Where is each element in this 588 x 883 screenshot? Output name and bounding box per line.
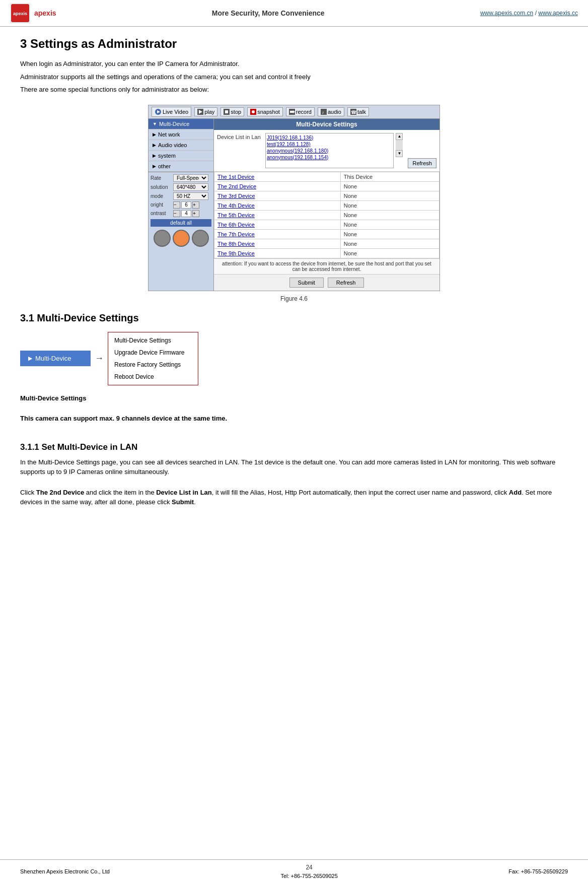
submit-row: Submit Refresh <box>214 274 439 291</box>
device-6-value: None <box>340 220 439 229</box>
section-311-content: In the Multi-Device Settings page, you c… <box>20 457 568 507</box>
contrast-label: ontrast <box>151 211 172 216</box>
device-4-value: None <box>340 200 439 210</box>
table-row: The 3rd Device None <box>214 191 439 200</box>
toolbar-record[interactable]: record <box>286 107 315 116</box>
toolbar-audio[interactable]: ♪ audio <box>318 107 344 116</box>
lan-device-3[interactable]: anonymous(192.168.1.180) <box>267 148 392 154</box>
cam-btn-right[interactable] <box>192 230 209 247</box>
device-8-value: None <box>340 239 439 248</box>
toolbar-talk[interactable]: ☎ talk <box>347 107 369 116</box>
device-2-label[interactable]: The 2nd Device <box>214 181 341 191</box>
refresh-button[interactable]: Refresh <box>408 158 436 168</box>
submit-button[interactable]: Submit <box>289 278 324 288</box>
lan-device-1[interactable]: J019(192.168.1.136) <box>267 134 392 141</box>
multi-device-tri-icon: ▶ <box>28 355 32 362</box>
sidebar-item-multi-device[interactable]: ▼ Multi-Device <box>149 119 213 129</box>
header-tagline: More Security, More Convenience <box>56 9 480 17</box>
default-all-btn[interactable]: default all <box>151 219 211 227</box>
rate-label: Rate <box>151 175 172 181</box>
header-links: www.apexis.com.cn / www.apexis.cc <box>480 10 578 17</box>
toolbar-play[interactable]: play <box>194 107 217 116</box>
footer-tel: Tel: +86-755-26509025 <box>280 873 337 879</box>
contrast-control: ontrast − 4 + <box>151 210 211 217</box>
resolution-select[interactable]: 640*480 <box>173 183 208 191</box>
mode-control: mode 50 HZ <box>151 192 211 200</box>
dropdown-item-1[interactable]: Upgrade Device Firmware <box>108 347 198 359</box>
bright-value: 6 <box>181 201 191 209</box>
bright-label: oright <box>151 202 172 208</box>
table-row: The 8th Device None <box>214 239 439 248</box>
dropdown-item-3[interactable]: Reboot Device <box>108 371 198 383</box>
mode-select[interactable]: 50 HZ <box>173 192 208 200</box>
svg-text:apexis: apexis <box>13 11 27 16</box>
dropdown-item-2[interactable]: Restore Factory Settings <box>108 359 198 371</box>
multi-device-sidebar-btn[interactable]: ▶ Multi-Device <box>20 351 91 366</box>
sidebar-arrow-icon3: ▶ <box>153 143 156 148</box>
bright-control: oright − 6 + <box>151 201 211 209</box>
sidebar-item-system[interactable]: ▶ system <box>149 151 213 161</box>
figure-31-container: ▶ Multi-Device → Multi-Device Settings U… <box>20 332 568 385</box>
device-5-label[interactable]: The 5th Device <box>214 210 341 220</box>
lan-device-2[interactable]: test(192.168.1.128) <box>267 141 392 148</box>
toolbar-livevideo[interactable]: Live Video <box>152 107 191 117</box>
intro-line2: Administrator supports all the settings … <box>20 72 568 82</box>
table-row: The 4th Device None <box>214 200 439 210</box>
resolution-control: solution 640*480 <box>151 183 211 191</box>
device-list-box[interactable]: J019(192.168.1.136) test(192.168.1.128) … <box>265 133 394 168</box>
bright-plus[interactable]: + <box>192 201 199 209</box>
device-1-value: This Device <box>340 172 439 181</box>
device-8-label[interactable]: The 8th Device <box>214 239 341 248</box>
page-footer: Shenzhen Apexis Electronic Co., Ltd 24 T… <box>0 859 588 883</box>
device-9-label[interactable]: The 9th Device <box>214 248 341 258</box>
rate-select[interactable]: Full-Speed <box>173 174 208 182</box>
multi-device-header: Multi-Device Settings <box>214 119 439 130</box>
device-5-value: None <box>340 210 439 220</box>
para2-pre: Click <box>20 489 36 496</box>
multi-device-dropdown: Multi-Device Settings Upgrade Device Fir… <box>108 332 198 385</box>
figure-46-container: Live Video play stop snapshot record <box>20 105 568 302</box>
para2-bold4: Submit <box>172 498 194 506</box>
contrast-minus[interactable]: − <box>173 210 180 217</box>
cam-btn-left[interactable] <box>154 230 171 247</box>
device-list-label: Device List in Lan <box>217 133 262 168</box>
link2[interactable]: www.apexis.cc <box>538 10 578 17</box>
device-table: The 1st Device This Device The 2nd Devic… <box>214 172 439 258</box>
sidebar-item-audiovideo[interactable]: ▶ Audio video <box>149 140 213 151</box>
para2-bold3: Add <box>509 489 522 496</box>
cam-btn-center[interactable] <box>173 230 190 247</box>
svg-text:☎: ☎ <box>351 110 356 115</box>
contrast-plus[interactable]: + <box>192 210 199 217</box>
section-31-title: 3.1 Multi-Device Settings <box>20 312 568 324</box>
sidebar-arrow-icon4: ▶ <box>153 153 156 158</box>
device-1-label[interactable]: The 1st Device <box>214 172 341 181</box>
scroll-up-btn[interactable]: ▲ <box>396 133 403 140</box>
device-9-value: None <box>340 248 439 258</box>
device-list-scrollbar: ▲ ▼ <box>396 133 403 157</box>
figure-46-caption: Figure 4.6 <box>280 295 308 302</box>
lan-device-4[interactable]: anonymous(192.168.1.154) <box>267 154 392 161</box>
device-3-label[interactable]: The 3rd Device <box>214 191 341 200</box>
intro-line3: There are some special functions only fo… <box>20 85 568 95</box>
page-number: 24 <box>280 864 337 871</box>
toolbar-stop[interactable]: stop <box>220 107 244 116</box>
link1[interactable]: www.apexis.com.cn <box>480 10 533 17</box>
footer-fax: Fax: +86-755-26509229 <box>508 868 568 874</box>
dropdown-item-0[interactable]: Multi-Device Settings <box>108 334 198 347</box>
device-7-label[interactable]: The 7th Device <box>214 229 341 239</box>
device-4-label[interactable]: The 4th Device <box>214 200 341 210</box>
bright-minus[interactable]: − <box>173 201 180 209</box>
sidebar-item-other[interactable]: ▶ other <box>149 161 213 172</box>
para2-end: . <box>194 498 196 506</box>
device-6-label[interactable]: The 6th Device <box>214 220 341 229</box>
svg-text:♪: ♪ <box>322 110 324 115</box>
arrow-right-icon: → <box>95 353 104 364</box>
svg-rect-12 <box>290 111 293 113</box>
footer-center: 24 Tel: +86-755-26509025 <box>280 864 337 879</box>
sidebar-item-network[interactable]: ▶ Net work <box>149 129 213 140</box>
toolbar-snapshot[interactable]: snapshot <box>247 107 283 116</box>
para2-bold1: The 2nd Device <box>36 489 84 496</box>
scroll-down-btn[interactable]: ▼ <box>396 150 403 157</box>
refresh-button-2[interactable]: Refresh <box>328 278 364 288</box>
section-311-para1: In the Multi-Device Settings page, you c… <box>20 457 568 477</box>
